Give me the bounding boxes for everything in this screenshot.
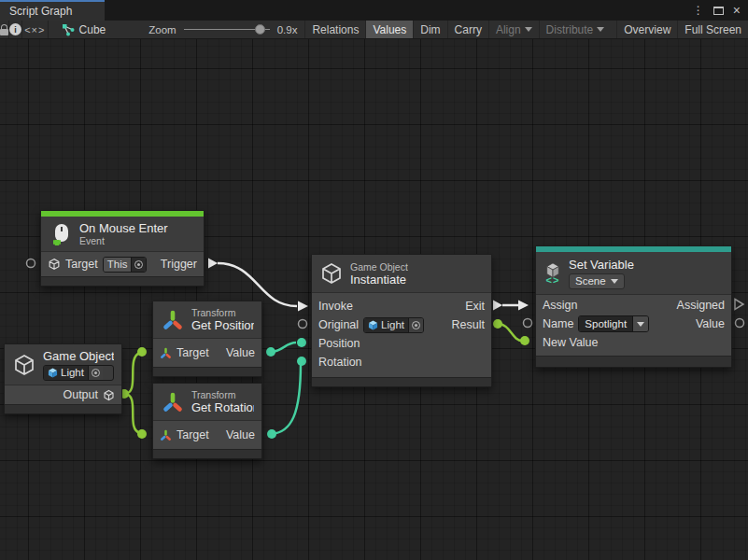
- info-button[interactable]: i: [9, 21, 22, 38]
- setvariable-assigned-port[interactable]: [735, 300, 743, 310]
- node-set-variable[interactable]: <> Set Variable Scene Assign Assigned Na…: [535, 245, 732, 368]
- lock-icon: [0, 29, 8, 35]
- invoke-label: Invoke: [318, 300, 353, 313]
- mouse-event-icon: [49, 222, 73, 246]
- node-footer: [153, 367, 261, 376]
- carry-button[interactable]: Carry: [447, 21, 488, 38]
- cube-icon: [12, 353, 36, 377]
- node-get-rotation[interactable]: Transform Get Rotation Target Value: [152, 383, 262, 459]
- node-category: Transform: [191, 307, 254, 318]
- assign-port[interactable]: [518, 301, 529, 311]
- zoom-label: Zoom: [148, 24, 176, 35]
- instantiate-result-port[interactable]: [493, 319, 502, 329]
- original-object-field[interactable]: Light: [363, 317, 424, 333]
- relations-button[interactable]: Relations: [304, 21, 365, 38]
- target-label: Target: [176, 428, 209, 441]
- getrotation-target-port[interactable]: [137, 429, 147, 439]
- setvariable-value-port[interactable]: [736, 319, 744, 328]
- lock-button[interactable]: [0, 21, 9, 38]
- getposition-value-port[interactable]: [266, 347, 275, 357]
- chevron-down-icon: [611, 279, 618, 284]
- variable-name-dropdown[interactable]: Spotlight: [578, 315, 649, 332]
- this-target-field[interactable]: This: [103, 257, 148, 273]
- zoom-slider-handle[interactable]: [255, 24, 265, 35]
- graph-name: Cube: [79, 23, 106, 36]
- wire-result-newvalue: [498, 324, 522, 341]
- result-label: Result: [452, 318, 485, 331]
- position-label: Position: [318, 337, 360, 350]
- value-label: Value: [226, 428, 255, 441]
- transform-icon: [161, 308, 185, 332]
- node-instantiate[interactable]: Game Object Instantiate Invoke Exit Orig…: [311, 254, 492, 387]
- cube-icon: [48, 258, 61, 271]
- getrotation-value-port[interactable]: [267, 429, 276, 439]
- node-category: Transform: [191, 389, 254, 400]
- node-footer: [41, 276, 204, 286]
- rotation-label: Rotation: [318, 356, 362, 369]
- zoom-slider[interactable]: [184, 29, 270, 30]
- window-menu-icon[interactable]: ⋮: [693, 5, 704, 16]
- node-subtitle: Event: [79, 235, 168, 246]
- trigger-label: Trigger: [161, 258, 197, 271]
- node-footer: [153, 449, 261, 458]
- tab-script-graph[interactable]: Script Graph: [0, 0, 105, 21]
- node-title: Game Object: [43, 349, 114, 363]
- wire-output-getposition: [124, 353, 140, 394]
- code-view-button[interactable]: <×>: [22, 21, 48, 38]
- title-bar: Script Graph ⋮ ×: [0, 0, 748, 21]
- maximize-icon[interactable]: [713, 7, 724, 15]
- onmouseenter-target-port[interactable]: [27, 259, 35, 268]
- fullscreen-button[interactable]: Full Screen: [677, 21, 748, 38]
- graph-canvas[interactable]: On Mouse Enter Event Target This Trigger: [0, 39, 748, 560]
- transform-icon: [160, 429, 172, 441]
- node-get-position[interactable]: Transform Get Position Target Value: [152, 301, 262, 377]
- graph-icon: [62, 23, 75, 36]
- target-label: Target: [65, 258, 98, 271]
- distribute-button[interactable]: Distribute: [539, 21, 612, 38]
- instantiate-position-port[interactable]: [297, 338, 306, 347]
- overview-button[interactable]: Overview: [616, 21, 677, 38]
- graph-toolbar: i <×> Cube Zoom 0.9x Relations Values: [0, 21, 748, 39]
- variable-scope-dropdown[interactable]: Scene: [569, 273, 625, 289]
- target-label: Target: [176, 346, 209, 359]
- wire-position: [271, 343, 296, 352]
- object-picker-icon[interactable]: [131, 258, 146, 272]
- tab-title: Script Graph: [9, 5, 72, 18]
- zoom-value: 0.9x: [277, 24, 298, 35]
- exit-label: Exit: [465, 300, 485, 313]
- exit-port[interactable]: [493, 301, 502, 311]
- align-button[interactable]: Align: [488, 21, 539, 38]
- getposition-target-port[interactable]: [137, 347, 147, 357]
- object-picker-icon[interactable]: [88, 366, 103, 380]
- setvariable-name-port[interactable]: [524, 319, 532, 328]
- instantiate-rotation-port[interactable]: [297, 357, 306, 366]
- wire-output-getrotation: [124, 394, 140, 433]
- toolbar-buttons: Relations Values Dim Carry Align Distrib…: [304, 21, 748, 38]
- instantiate-original-port[interactable]: [299, 320, 307, 329]
- node-game-object-literal[interactable]: Game Object Light: [4, 343, 122, 414]
- transform-icon: [160, 347, 172, 359]
- close-icon[interactable]: ×: [733, 4, 741, 17]
- node-footer: [312, 377, 491, 386]
- node-title: Get Position: [191, 318, 254, 332]
- wire-rotation: [272, 363, 301, 434]
- setvariable-newvalue-port[interactable]: [520, 336, 529, 345]
- values-button[interactable]: Values: [365, 21, 413, 38]
- node-title: Set Variable: [569, 258, 634, 272]
- dim-button[interactable]: Dim: [413, 21, 446, 38]
- trigger-port[interactable]: [208, 259, 218, 269]
- node-footer: [536, 356, 731, 367]
- chevron-down-icon: [525, 27, 532, 32]
- assigned-label: Assigned: [677, 299, 725, 312]
- script-graph-window: Script Graph ⋮ × i <×> Cube: [0, 0, 748, 560]
- node-title: On Mouse Enter: [79, 221, 168, 235]
- object-picker-icon[interactable]: [408, 318, 423, 332]
- node-title: Get Rotation: [191, 400, 254, 414]
- node-on-mouse-enter[interactable]: On Mouse Enter Event Target This Trigger: [40, 210, 205, 287]
- transform-icon: [161, 390, 185, 414]
- light-object-field[interactable]: Light: [43, 365, 114, 381]
- chevron-down-icon[interactable]: [632, 316, 648, 331]
- chevron-down-icon: [597, 27, 604, 32]
- graph-breadcrumb[interactable]: Cube: [49, 21, 116, 38]
- invoke-arrowhead: [298, 301, 308, 312]
